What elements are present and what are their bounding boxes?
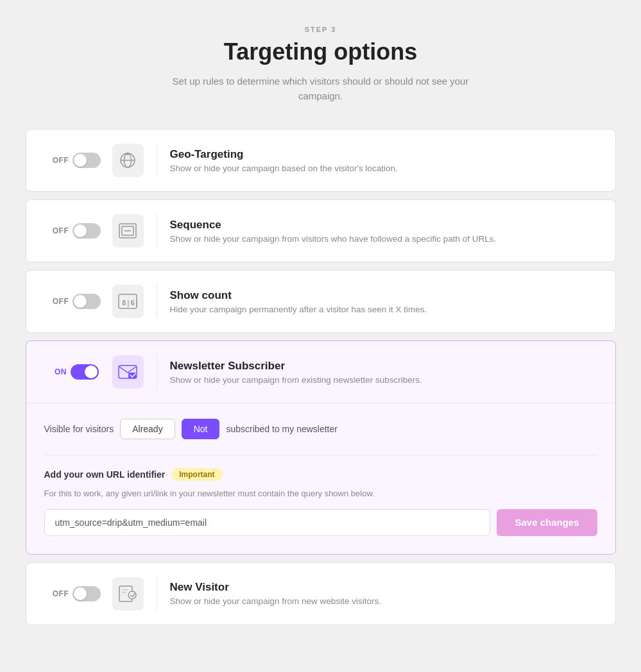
- visible-for-row: Visible for visitors Already Not subscri…: [44, 419, 597, 439]
- url-input-row: Save changes: [44, 509, 597, 536]
- url-section-title: Add your own URL identifier: [44, 469, 166, 480]
- show-count-desc: Hide your campaign permanently after a v…: [170, 305, 427, 314]
- toggle-sequence[interactable]: OFF: [53, 223, 101, 239]
- geo-targeting-title: Geo-Targeting: [170, 148, 398, 161]
- sequence-desc: Show or hide your campaign from visitors…: [170, 234, 497, 244]
- toggle-on-label-nl: ON: [55, 367, 67, 376]
- svg-text:8|6|0: 8|6|0: [122, 299, 138, 307]
- newsletter-desc: Show or hide your campaign from existing…: [170, 375, 422, 385]
- page-subtitle: Set up rules to determine which visitors…: [160, 74, 481, 103]
- toggle-off-label: OFF: [53, 156, 69, 165]
- toggle-show-count[interactable]: OFF: [53, 294, 101, 309]
- toggle-off-label-nv: OFF: [53, 589, 69, 598]
- visible-for-label: Visible for visitors: [44, 424, 114, 434]
- segment-btn-already[interactable]: Already: [120, 419, 175, 439]
- save-changes-button[interactable]: Save changes: [497, 509, 597, 536]
- toggle-off-label-seq: OFF: [53, 226, 69, 235]
- toggle-new-visitor[interactable]: OFF: [53, 586, 101, 601]
- newsletter-icon: [112, 355, 144, 389]
- svg-point-13: [128, 591, 136, 599]
- cards-container: OFF Geo-Targeti: [26, 129, 616, 625]
- url-section-header: Add your own URL identifier Important: [44, 468, 597, 481]
- new-visitor-title: New Visitor: [170, 581, 381, 594]
- toggle-newsletter[interactable]: ON: [55, 364, 99, 380]
- newsletter-expanded: Visible for visitors Already Not subscri…: [26, 403, 615, 554]
- geo-targeting-desc: Show or hide your campaign based on the …: [170, 164, 398, 173]
- new-visitor-icon: [112, 577, 144, 610]
- subscribed-text: subscribed to my newsletter: [226, 424, 338, 434]
- show-count-icon: 8|6|0: [112, 285, 144, 318]
- sequence-title: Sequence: [170, 219, 497, 231]
- sequence-icon: [112, 214, 144, 248]
- card-sequence: OFF Sequence Show or hide your ca: [26, 199, 616, 262]
- card-new-visitor: OFF New Visitor: [26, 562, 616, 625]
- card-geo-targeting: OFF Geo-Targeti: [26, 129, 616, 192]
- important-badge: Important: [171, 468, 222, 481]
- toggle-geo-targeting[interactable]: OFF: [53, 153, 101, 168]
- step-label: STEP 3: [160, 26, 481, 33]
- section-divider: [44, 455, 597, 455]
- toggle-off-label-sc: OFF: [53, 297, 69, 306]
- newsletter-title: Newsletter Subscriber: [170, 360, 422, 373]
- card-show-count: OFF 8|6|0 Show count Hide your campaign …: [26, 270, 616, 333]
- segment-btn-not[interactable]: Not: [182, 419, 220, 439]
- page-title: Targeting options: [160, 38, 481, 65]
- url-description: For this to work, any given url/link in …: [44, 487, 597, 500]
- show-count-title: Show count: [170, 289, 427, 302]
- card-newsletter: ON Newsletter Subscriber: [26, 340, 616, 555]
- geo-targeting-icon: [112, 144, 144, 177]
- url-identifier-input[interactable]: [44, 509, 491, 536]
- svg-point-4: [126, 153, 129, 155]
- new-visitor-desc: Show or hide your campaign from new webs…: [170, 596, 381, 606]
